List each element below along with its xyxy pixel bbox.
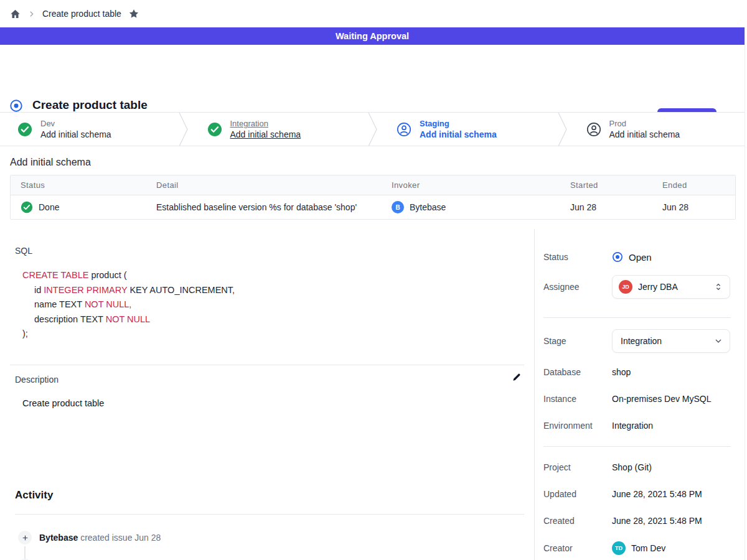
task-status: Done [39,202,59,212]
edit-pencil-icon[interactable] [511,373,522,383]
stage-task-label: Add initial schema [230,129,301,140]
activity-actor: Bytebase [39,533,78,543]
stage-label: Stage [543,336,612,346]
issue-sidebar: Status Open Assignee JD Jerry DBA Stage … [534,229,745,560]
page-title: Create product table [32,98,148,112]
task-invoker: Bytebase [410,202,446,212]
stage-separator [179,113,190,146]
column-invoker: Invoker [382,180,560,190]
stage-separator [558,113,569,146]
stage-integration[interactable]: Integration Add initial schema [190,113,369,146]
stage-pending-approval-icon [397,122,411,137]
environment-value: Integration [612,421,653,431]
status-open-icon [612,251,623,263]
sql-label: SQL [15,246,32,256]
stage-pending-icon [586,122,601,137]
database-label: Database [543,367,612,377]
project-label: Project [543,462,612,472]
status-banner: Waiting Approval [0,27,745,45]
description-label: Description [15,375,59,385]
task-ended: Jun 28 [652,202,735,212]
updated-value: June 28, 2021 5:48 PM [612,489,702,499]
column-started: Started [560,180,652,190]
task-done-icon [21,201,33,213]
sidebar-divider [543,446,731,447]
project-value: Shop (Git) [612,462,652,472]
stage-task-label: Add initial schema [420,129,497,140]
stage-done-icon [17,122,32,137]
activity-item: Bytebase created issue Jun 28 [18,531,161,544]
created-label: Created [543,516,612,526]
assignee-avatar: JD [619,280,632,294]
chevron-down-icon [713,336,723,346]
task-table-header: Status Detail Invoker Started Ended [11,175,735,195]
stage-select[interactable]: Integration [612,329,730,353]
task-panel: Add initial schema Status Detail Invoker… [0,146,747,229]
stage-task-label: Add initial schema [40,129,111,140]
stage-env-label: Prod [609,118,680,129]
status-label: Status [543,252,612,262]
task-table: Status Detail Invoker Started Ended Done… [10,175,736,220]
column-detail: Detail [146,180,382,190]
assignee-label: Assignee [543,282,612,292]
task-detail: Established baseline version %s for data… [146,202,382,212]
task-section-heading: Add initial schema [10,157,91,168]
stage-env-label: Staging [420,118,497,129]
creator-label: Creator [543,543,612,553]
creator-avatar: TD [612,541,626,555]
updated-label: Updated [543,489,612,499]
stage-env-label: Dev [40,118,111,129]
instance-value: On-premises Dev MySQL [612,394,711,404]
plus-icon [18,531,32,544]
assignee-select[interactable]: JD Jerry DBA [612,275,730,299]
status-banner-label: Waiting Approval [336,31,409,41]
issue-open-icon [9,99,23,113]
divider [15,514,524,515]
stage-env-label: Integration [230,118,301,129]
breadcrumb: Create product table [0,0,747,27]
bookmark-star-icon[interactable] [128,8,139,19]
divider [10,365,524,365]
stage-staging[interactable]: Staging Add initial schema [379,113,558,146]
stage-prod[interactable]: Prod Add initial schema [569,113,747,146]
creator-value: Tom Dev [631,543,665,553]
environment-label: Environment [543,421,612,431]
stage-done-icon [207,122,222,137]
task-started: Jun 28 [560,202,652,212]
description-content: Create product table [22,398,104,408]
scrollbar-track [745,27,747,560]
sidebar-divider [543,317,731,318]
database-value: shop [612,367,631,377]
activity-action: created issue Jun 28 [80,533,161,543]
main-content: SQL CREATE TABLE product ( id INTEGER PR… [0,229,534,560]
table-row[interactable]: Done Established baseline version %s for… [11,195,735,219]
instance-label: Instance [543,394,612,404]
sql-statement: CREATE TABLE product ( id INTEGER PRIMAR… [22,268,235,342]
home-icon[interactable] [10,9,21,19]
activity-heading: Activity [15,489,53,502]
column-status: Status [11,180,146,190]
pipeline-stage-bar: Dev Add initial schema Integration Add i… [0,112,747,146]
activity-timeline-connector [24,546,26,560]
invoker-avatar: B [392,201,404,213]
chevron-up-down-icon [713,282,723,292]
issue-header: Create product table #13002 opened by To… [0,45,747,112]
stage-separator [368,113,379,146]
stage-dev[interactable]: Dev Add initial schema [0,113,179,146]
stage-value: Integration [621,336,662,346]
created-value: June 28, 2021 5:48 PM [612,516,702,526]
stage-task-label: Add initial schema [609,129,680,140]
breadcrumb-page-title: Create product table [42,9,121,19]
chevron-right-icon [27,10,35,18]
status-value: Open [629,252,652,263]
assignee-value: Jerry DBA [638,282,678,292]
column-ended: Ended [652,180,735,190]
